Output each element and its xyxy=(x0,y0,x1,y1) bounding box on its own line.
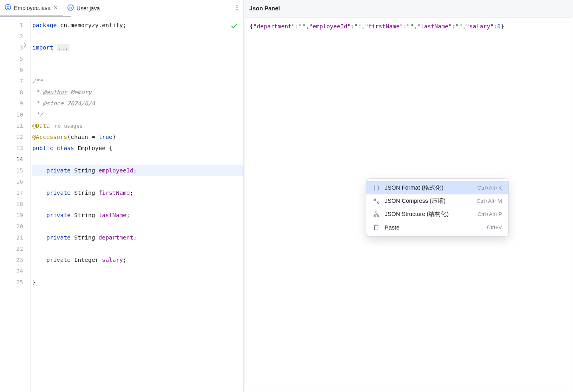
menu-shortcut: Ctrl+Alt+M xyxy=(476,198,502,204)
code-token: String xyxy=(74,212,99,218)
line-number: 8 xyxy=(0,87,30,98)
editor-pane: C Employee.java ✕ C User.java 1235678910… xyxy=(0,0,244,392)
json-token: "employeeId" xyxy=(309,23,351,30)
code-token: /** xyxy=(32,78,43,84)
json-token: , xyxy=(361,23,365,30)
json-token: : xyxy=(494,23,497,30)
code-token: package xyxy=(32,22,57,28)
code-token: private xyxy=(32,212,74,218)
line-number: 7 xyxy=(0,75,30,87)
code-token: department xyxy=(99,234,133,241)
code-token: private xyxy=(32,234,74,241)
line-number: 20 xyxy=(0,221,30,232)
menu-shortcut: Ctrl+Alt+K xyxy=(477,185,502,191)
code-token: String xyxy=(74,190,99,196)
json-token: } xyxy=(501,23,504,30)
json-token: : xyxy=(351,23,354,30)
menu-label: Paste xyxy=(385,224,482,231)
code-token: true xyxy=(99,134,113,140)
json-token: "" xyxy=(455,23,462,30)
menu-label: JSON Structure (结构化) xyxy=(385,210,472,218)
line-number: 21 xyxy=(0,232,30,243)
code-token: Memory xyxy=(67,89,91,95)
fold-chevron-icon[interactable]: ❯ xyxy=(23,42,27,48)
code-token: ) xyxy=(113,134,116,140)
tab-label: Employee.java xyxy=(14,5,51,11)
code-token: @Data xyxy=(32,123,50,129)
svg-point-6 xyxy=(237,9,238,10)
line-number: 22 xyxy=(0,243,30,254)
close-icon[interactable]: ✕ xyxy=(53,5,58,11)
code-token: ; xyxy=(130,190,133,196)
code-token: import xyxy=(32,44,53,51)
code-token: * xyxy=(32,89,43,95)
code-token: ; xyxy=(123,257,126,263)
gutter: 1235678910111213141516171819202122232425 xyxy=(0,17,30,392)
context-menu: JSON Format (格式化) Ctrl+Alt+K JSON Compre… xyxy=(366,178,509,237)
code-token: Employee { xyxy=(78,145,113,151)
menu-item-paste[interactable]: Paste Ctrl+V xyxy=(366,221,508,234)
code-token: private xyxy=(32,167,74,174)
menu-item-json-compress[interactable]: JSON Compress (压缩) Ctrl+Alt+M xyxy=(366,194,508,208)
tab-employee[interactable]: C Employee.java ✕ xyxy=(0,0,63,17)
line-number: 19 xyxy=(0,210,30,221)
code-token: lastName xyxy=(99,212,126,218)
json-token: : xyxy=(295,23,299,30)
code-token: Integer xyxy=(74,257,102,263)
json-panel-header: Json Panel xyxy=(244,0,573,17)
svg-point-5 xyxy=(237,7,238,8)
status-check-icon xyxy=(231,23,238,32)
compress-icon xyxy=(373,198,380,204)
code-token: @Accessors xyxy=(32,134,67,140)
code-token: */ xyxy=(32,111,43,118)
line-number: 10 xyxy=(0,109,30,120)
code-token: ; xyxy=(126,212,130,218)
code-token: @since xyxy=(43,100,63,107)
code-area[interactable]: package cn.memoryzy.entity; import ... /… xyxy=(30,17,243,392)
menu-label: JSON Compress (压缩) xyxy=(385,197,472,205)
line-number: 2 xyxy=(0,31,30,42)
menu-item-json-structure[interactable]: JSON Structure (结构化) Ctrl+Alt+P xyxy=(366,208,508,221)
line-number: 16 xyxy=(0,176,30,187)
menu-item-json-format[interactable]: JSON Format (格式化) Ctrl+Alt+K xyxy=(366,181,508,194)
json-token: "" xyxy=(354,23,361,30)
svg-rect-7 xyxy=(375,212,377,213)
svg-text:C: C xyxy=(7,5,10,9)
line-number: 1 xyxy=(0,20,30,31)
code-token: @author xyxy=(43,89,67,95)
svg-rect-9 xyxy=(377,216,379,217)
tab-label: User.java xyxy=(77,5,100,12)
json-token: "" xyxy=(407,23,413,30)
code-token: (chain = xyxy=(67,134,99,140)
json-token: : xyxy=(403,23,407,30)
code-token: String xyxy=(74,167,99,174)
tabs-more-icon[interactable] xyxy=(235,3,239,14)
json-panel-title: Json Panel xyxy=(249,5,280,12)
line-number: 23 xyxy=(0,254,30,265)
line-number: 13 xyxy=(0,143,30,154)
json-token: "firstName" xyxy=(365,23,403,30)
line-number: 24 xyxy=(0,265,30,277)
line-number: 18 xyxy=(0,198,30,210)
code-token: String xyxy=(74,234,99,241)
code-token: ; xyxy=(133,234,137,241)
menu-shortcut: Ctrl+Alt+P xyxy=(477,211,502,217)
editor-area[interactable]: 1235678910111213141516171819202122232425… xyxy=(0,17,243,392)
code-token: 2024/6/4 xyxy=(64,100,95,107)
json-token: { xyxy=(250,23,253,30)
tab-user[interactable]: C User.java xyxy=(63,0,105,17)
json-token: "lastName" xyxy=(417,23,452,30)
menu-shortcut: Ctrl+V xyxy=(487,224,502,230)
line-number: 5 xyxy=(0,53,30,64)
code-token: * xyxy=(32,100,43,107)
svg-text:C: C xyxy=(69,6,72,10)
json-token: , xyxy=(413,23,417,30)
fold-indicator[interactable]: ... xyxy=(57,44,69,51)
code-token: employeeId xyxy=(99,167,133,174)
code-token: private xyxy=(32,257,74,263)
svg-point-4 xyxy=(237,5,238,6)
svg-rect-8 xyxy=(374,216,375,217)
json-token: "department" xyxy=(253,23,295,30)
braces-icon xyxy=(373,185,380,191)
json-token: : xyxy=(452,23,455,30)
